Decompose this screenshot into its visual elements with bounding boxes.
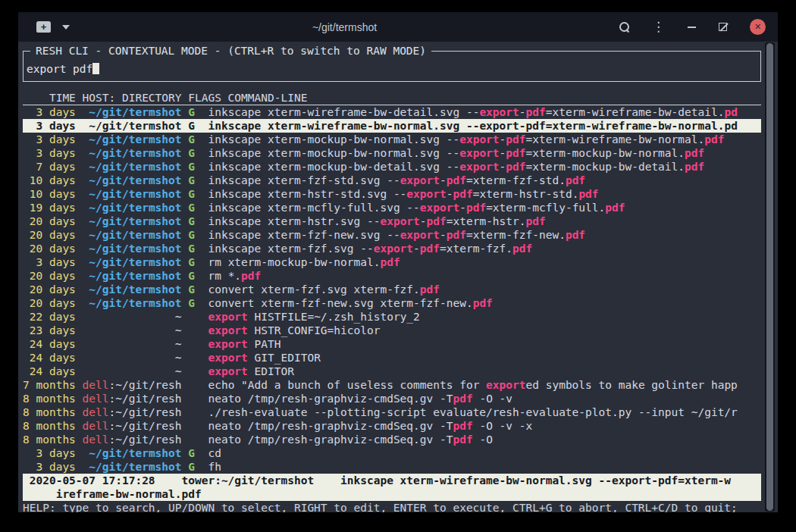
row-command-text: inkscape xterm-hstr-std.svg -- xyxy=(208,188,406,200)
history-row[interactable]: 10 days ~/git/termshot G inkscape xterm-… xyxy=(23,187,761,201)
terminal-content: RESH CLI - CONTEXTUAL MODE - (CTRL+R to … xyxy=(18,42,778,512)
search-icon[interactable] xyxy=(619,22,629,32)
search-input-value: export pdf xyxy=(27,63,92,75)
row-command-match: export xyxy=(479,106,519,118)
row-command-match: export xyxy=(208,338,247,350)
row-command-text: EDITOR xyxy=(248,365,294,377)
row-command-text: neato /tmp/resh-graphviz-cmdSeq.gv -T xyxy=(208,433,453,446)
row-padding xyxy=(76,365,175,377)
row-command-text: ed symbols to make golinter happ xyxy=(526,379,738,391)
row-command-match: export xyxy=(374,243,413,255)
row-command-match: pdf xyxy=(473,297,493,309)
row-padding xyxy=(76,161,89,173)
history-row[interactable]: 20 days ~/git/termshot G convert xterm-f… xyxy=(23,283,761,296)
row-directory: ~/git/termshot xyxy=(89,202,181,214)
row-flag xyxy=(182,379,208,391)
history-row[interactable]: 8 months dell:~/git/resh neato /tmp/resh… xyxy=(23,433,761,446)
history-row[interactable]: 3 days ~/git/termshot G inkscape xterm-m… xyxy=(23,133,761,146)
history-row-selected[interactable]: 3 days ~/git/termshot G inkscape xterm-w… xyxy=(23,119,761,133)
menu-kebab-icon[interactable]: ⋮ xyxy=(652,20,665,33)
row-time: 10 days xyxy=(23,188,76,200)
history-row[interactable]: 8 months dell:~/git/resh neato /tmp/resh… xyxy=(23,392,761,405)
chevron-down-icon[interactable] xyxy=(62,25,70,30)
row-command-text: echo "Add a bunch of useless comments fo… xyxy=(208,379,486,391)
row-directory: ~ xyxy=(175,338,182,350)
row-command-text: =xterm-fzf-new. xyxy=(466,229,566,241)
row-flag xyxy=(182,433,208,446)
scrollbar-thumb[interactable] xyxy=(766,43,773,511)
row-time: 20 days xyxy=(23,297,76,309)
search-prompt-box: RESH CLI - CONTEXTUAL MODE - (CTRL+R to … xyxy=(23,51,761,82)
terminal-window: + ~/git/termshot ⋮ ✕ RESH CLI - CONTEXTU… xyxy=(18,12,778,512)
row-command-match: pdf xyxy=(685,161,704,173)
row-directory: ~/git/termshot xyxy=(89,133,181,146)
history-row[interactable]: 24 days ~ export EDITOR xyxy=(23,365,761,378)
row-command-match: export xyxy=(486,379,525,391)
history-row[interactable]: 20 days ~/git/termshot G inkscape xterm-… xyxy=(23,228,761,242)
new-tab-button[interactable]: + xyxy=(36,21,51,33)
status-line-2: ireframe-bw-normal.pdf xyxy=(23,487,761,501)
row-command-match: pdf xyxy=(427,215,447,227)
history-row[interactable]: 3 days ~/git/termshot G cd xyxy=(23,446,761,460)
row-command-text: inkscape xterm-fzf.svg -- xyxy=(208,243,373,255)
row-time: 24 days xyxy=(23,338,76,350)
history-row[interactable]: 3 days ~/git/termshot G rm xterm-mockup-… xyxy=(23,255,761,269)
restore-button[interactable] xyxy=(719,23,727,31)
row-command-match: export xyxy=(406,188,446,200)
history-row[interactable]: 24 days ~ export PATH xyxy=(23,337,761,351)
row-command-text: PATH xyxy=(248,338,281,350)
row-command-match: pdf xyxy=(447,229,466,241)
history-row[interactable]: 19 days ~/git/termshot G inkscape xterm-… xyxy=(23,201,761,214)
row-flag xyxy=(182,311,208,323)
close-button[interactable]: ✕ xyxy=(750,19,766,35)
row-command-text: - xyxy=(440,229,447,241)
row-directory: ~/git/termshot xyxy=(89,461,181,473)
history-row[interactable]: 20 days ~/git/termshot G inkscape xterm-… xyxy=(23,214,761,228)
row-command-text: =xterm-fzf-std. xyxy=(466,174,566,186)
history-row[interactable]: 10 days ~/git/termshot G inkscape xterm-… xyxy=(23,174,761,187)
history-row[interactable]: 3 days ~/git/termshot G inkscape xterm-w… xyxy=(23,105,761,119)
row-padding xyxy=(76,270,89,282)
row-host: dell xyxy=(83,406,109,418)
row-command-text: -O -v -x xyxy=(473,420,533,432)
row-command-text: inkscape xterm-fzf-std.svg -- xyxy=(208,174,400,186)
row-command-text: =xterm-mcfly-full. xyxy=(486,202,605,214)
row-command-text: convert xterm-fzf-new.svg xterm-fzf-new. xyxy=(208,297,472,309)
row-command-text: rm xterm-mockup-bw-normal. xyxy=(208,256,380,268)
history-row[interactable]: 20 days ~/git/termshot G rm *.pdf xyxy=(23,269,761,283)
history-row[interactable]: 23 days ~ export HSTR_CONFIG=hicolor xyxy=(23,324,761,337)
row-command-text: rm *. xyxy=(208,270,241,282)
row-command-text: =xterm-hstr-std. xyxy=(473,188,579,200)
row-padding xyxy=(76,120,89,132)
row-flag: G xyxy=(182,174,208,186)
minimize-button[interactable] xyxy=(688,27,696,28)
row-directory: ~/git/termshot xyxy=(89,283,181,296)
row-directory: ~/git/termshot xyxy=(89,174,181,186)
row-directory: :~/git/resh xyxy=(109,379,182,391)
row-command-text: - xyxy=(519,106,526,118)
history-row[interactable]: 3 days ~/git/termshot G inkscape xterm-m… xyxy=(23,146,761,160)
row-flag xyxy=(182,352,208,364)
history-row[interactable]: 20 days ~/git/termshot G inkscape xterm-… xyxy=(23,242,761,255)
history-row[interactable]: 20 days ~/git/termshot G convert xterm-f… xyxy=(23,296,761,310)
terminal-screen[interactable]: RESH CLI - CONTEXTUAL MODE - (CTRL+R to … xyxy=(18,42,778,512)
history-row[interactable]: 8 months dell:~/git/resh neato /tmp/resh… xyxy=(23,419,761,433)
row-time: 20 days xyxy=(23,283,76,296)
history-row[interactable]: 22 days ~ export HISTFILE=~/.zsh_history… xyxy=(23,310,761,324)
row-time: 3 days xyxy=(23,461,76,473)
row-time: 3 days xyxy=(23,447,76,459)
history-row[interactable]: 24 days ~ export GIT_EDITOR xyxy=(23,351,761,365)
row-command-match: pdf xyxy=(704,133,724,146)
row-padding xyxy=(76,393,83,405)
row-flag: G xyxy=(182,283,208,296)
history-row[interactable]: 7 months dell:~/git/resh echo "Add a bun… xyxy=(23,378,761,392)
history-row[interactable]: 7 days ~/git/termshot G inkscape xterm-m… xyxy=(23,160,761,174)
row-time: 20 days xyxy=(23,215,76,227)
history-row[interactable]: 3 days ~/git/termshot G fh xyxy=(23,460,761,474)
history-row[interactable]: 8 months dell:~/git/resh ./resh-evaluate… xyxy=(23,405,761,419)
row-command-match: pdf xyxy=(605,202,625,214)
row-padding xyxy=(76,106,89,118)
row-command-text: inkscape xterm-mockup-bw-normal.svg -- xyxy=(208,147,459,159)
row-time: 7 months xyxy=(23,379,76,391)
window-title: ~/git/termshot xyxy=(70,21,619,33)
